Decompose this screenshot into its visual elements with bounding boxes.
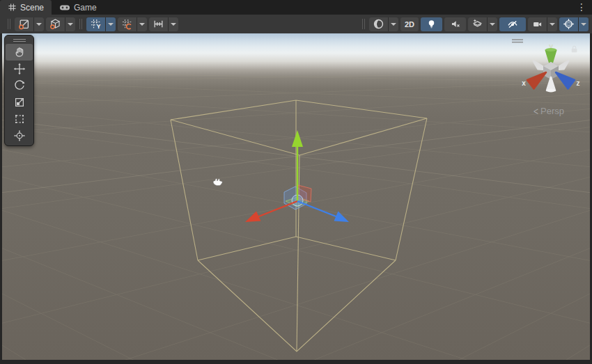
transform-tool-icon [13, 129, 26, 142]
tab-scene[interactable]: Scene [0, 0, 52, 15]
shading-mode-dropdown[interactable] [389, 17, 398, 31]
orientation-gizmo[interactable]: y [522, 42, 579, 93]
grid-visibility-button[interactable]: Y [86, 17, 105, 31]
shading-mode-button[interactable] [369, 17, 388, 31]
snap-increment-button[interactable] [149, 17, 168, 31]
scale-tool-icon [13, 96, 26, 109]
gamepad-icon [59, 3, 70, 12]
snap-increment-icon [153, 18, 164, 30]
camera-button[interactable] [528, 17, 547, 31]
tab-game-label: Game [74, 3, 97, 13]
axis-cone-x[interactable] [527, 72, 546, 89]
caret-down-icon [171, 23, 176, 26]
lighting-bulb-icon [426, 19, 437, 29]
audio-mute-icon [450, 19, 461, 29]
rotate-tool-icon [13, 79, 26, 92]
scene-grid-icon [8, 3, 17, 12]
axis-label-x: x [522, 79, 526, 87]
tab-bar: Scene Game ⋮ [0, 0, 592, 15]
scene-render: y [2, 33, 590, 360]
snap-grid-dropdown[interactable] [137, 17, 147, 31]
view-hand-icon [13, 46, 26, 58]
caret-down-icon [581, 23, 586, 26]
effects-button[interactable] [468, 17, 487, 31]
draw-mode-icon [18, 18, 30, 30]
snap-increment-control [149, 17, 178, 31]
tool-palette-drag-handle[interactable] [6, 37, 33, 44]
projection-arrow-icon: < [533, 105, 538, 117]
rotate-tool-button[interactable] [6, 77, 33, 94]
gizmos-control [559, 17, 589, 31]
shading-sphere-icon [373, 18, 384, 30]
grid-visibility-control: Y [86, 17, 116, 31]
effects-control [468, 17, 497, 31]
rect-tool-button[interactable] [6, 111, 33, 127]
grid-visibility-icon: Y [90, 18, 102, 30]
draw-mode-control [15, 17, 44, 31]
toolbar-separator [362, 19, 365, 29]
axis-label-z: z [577, 79, 580, 87]
gizmos-button[interactable] [559, 17, 578, 31]
axis-arrow-x[interactable] [245, 201, 297, 222]
effects-icon [472, 18, 483, 30]
gizmos-sphere-icon [563, 18, 575, 30]
more-menu-button[interactable]: ⋮ [577, 1, 586, 14]
axis-cone-front[interactable] [547, 77, 555, 93]
2d-toggle-button[interactable]: 2D [400, 17, 419, 31]
gizmos-dropdown[interactable] [579, 17, 589, 31]
caret-down-icon [490, 23, 495, 26]
toolbar-separator [79, 19, 82, 29]
shading-mode-control [369, 17, 398, 31]
audio-toggle-button[interactable] [444, 17, 466, 31]
scene-toolbar: Y 2D [0, 15, 592, 33]
tool-palette [4, 35, 34, 146]
axis-cone-z[interactable] [556, 72, 575, 89]
tab-scene-label: Scene [20, 3, 44, 13]
camera-control [528, 17, 557, 31]
translate-gizmo[interactable] [245, 130, 349, 222]
move-tool-button[interactable] [6, 61, 33, 77]
lock-icon[interactable] [572, 46, 577, 52]
transform-tool-button[interactable] [6, 127, 33, 144]
camera-dropdown[interactable] [547, 17, 557, 31]
move-tool-icon [13, 63, 26, 75]
draw-mode-button[interactable] [15, 17, 33, 31]
pivot-control [46, 17, 75, 31]
grid-visibility-dropdown[interactable] [106, 17, 116, 31]
view-hand-tool-button[interactable] [6, 44, 33, 61]
rect-tool-icon [13, 113, 26, 125]
caret-down-icon [108, 23, 114, 26]
pan-cursor-icon [213, 179, 222, 186]
svg-text:Y: Y [97, 23, 101, 30]
scale-tool-button[interactable] [6, 94, 33, 111]
scene-view-window: Scene Game ⋮ Y [0, 0, 592, 364]
lighting-toggle-button[interactable] [421, 17, 442, 31]
caret-down-icon [36, 23, 42, 26]
caret-down-icon [391, 23, 396, 26]
caret-down-icon [68, 23, 73, 26]
caret-down-icon [550, 23, 555, 26]
draw-mode-dropdown[interactable] [34, 17, 44, 31]
caret-down-icon [139, 23, 145, 26]
scene-visibility-button[interactable] [499, 17, 526, 31]
snap-grid-button[interactable] [118, 17, 137, 31]
snap-grid-icon [121, 18, 133, 30]
snap-increment-dropdown[interactable] [169, 17, 178, 31]
projection-label: Persp [540, 106, 564, 116]
tab-game[interactable]: Game [52, 0, 104, 15]
projection-toggle[interactable]: < Persp [533, 106, 564, 116]
overlay-drag-handle[interactable] [512, 40, 523, 42]
scene-viewport[interactable]: y [2, 33, 590, 360]
effects-dropdown[interactable] [488, 17, 497, 31]
pivot-cube-button[interactable] [46, 17, 65, 31]
axis-arrow-z[interactable] [297, 201, 349, 222]
snap-grid-control [118, 17, 147, 31]
camera-icon [531, 19, 543, 30]
scene-visibility-icon [506, 19, 519, 30]
toolbar-separator [8, 19, 10, 29]
pivot-dropdown[interactable] [65, 17, 75, 31]
pivot-cube-icon [49, 18, 61, 30]
